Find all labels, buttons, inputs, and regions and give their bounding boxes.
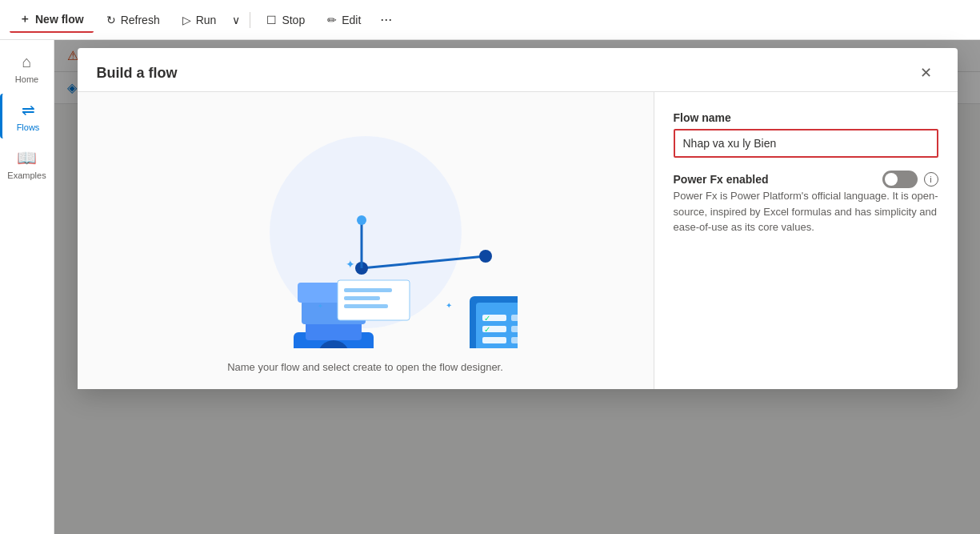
flow-name-input[interactable] <box>674 129 938 158</box>
svg-text:✦: ✦ <box>446 301 452 310</box>
refresh-label: Refresh <box>121 14 160 26</box>
power-fx-group: Power Fx enabled i Power F <box>674 171 938 235</box>
flow-illustration: ⚙ ✓ ✓ <box>214 108 518 348</box>
edit-label: Edit <box>342 14 361 26</box>
modal-header: Build a flow ✕ <box>78 48 958 92</box>
toggle-thumb <box>885 173 898 186</box>
sidebar-examples-label: Examples <box>7 171 46 180</box>
new-flow-button[interactable]: ＋ New flow <box>10 7 94 33</box>
more-icon: ··· <box>380 11 392 28</box>
flow-name-label: Flow name <box>674 111 938 124</box>
svg-text:✦: ✦ <box>318 303 323 310</box>
stop-button[interactable]: ☐ Stop <box>257 9 314 31</box>
edit-icon: ✏ <box>327 14 337 26</box>
close-icon: ✕ <box>920 65 932 81</box>
chevron-down-icon: ∨ <box>232 14 240 26</box>
power-fx-toggle[interactable] <box>882 171 918 188</box>
run-dropdown-button[interactable]: ∨ <box>229 9 243 31</box>
svg-rect-25 <box>344 304 388 308</box>
svg-point-21 <box>357 215 366 225</box>
refresh-button[interactable]: ↻ Refresh <box>97 9 170 31</box>
more-button[interactable]: ··· <box>374 6 398 33</box>
sidebar-item-examples[interactable]: 📖 Examples <box>0 142 54 187</box>
sidebar-item-flows[interactable]: ⇌ Flows <box>0 94 54 139</box>
svg-text:✓: ✓ <box>484 314 490 323</box>
refresh-icon: ↻ <box>106 14 116 26</box>
toggle-track[interactable] <box>882 171 918 188</box>
form-side: Flow name Power Fx enabled <box>654 92 958 389</box>
main-layout: ⌂ Home ⇌ Flows 📖 Examples ⚠ Enhance the … <box>0 40 980 534</box>
sidebar-flows-label: Flows <box>17 122 40 132</box>
plus-icon: ＋ <box>19 12 30 26</box>
modal-overlay: Build a flow ✕ <box>54 40 980 534</box>
power-fx-label: Power Fx enabled <box>674 173 876 186</box>
power-fx-info-icon[interactable]: i <box>924 172 938 187</box>
examples-icon: 📖 <box>17 148 37 167</box>
illustration-side: ⚙ ✓ ✓ <box>78 92 654 389</box>
content-area: ⚠ Enhance the performance of your flows … <box>54 40 980 534</box>
modal-title: Build a flow <box>97 65 178 82</box>
modal-close-button[interactable]: ✕ <box>914 61 938 85</box>
stop-label: Stop <box>282 14 305 26</box>
svg-rect-23 <box>344 288 392 292</box>
svg-rect-24 <box>344 296 380 300</box>
toolbar-divider-1 <box>250 12 250 28</box>
run-button[interactable]: ▷ Run <box>173 9 226 31</box>
stop-icon: ☐ <box>266 14 277 26</box>
svg-text:✓: ✓ <box>484 325 490 334</box>
run-label: Run <box>196 14 217 26</box>
modal-body: ⚙ ✓ ✓ <box>78 92 958 389</box>
power-fx-toggle-row: Power Fx enabled i <box>674 171 938 188</box>
flow-name-field-group: Flow name <box>674 111 938 158</box>
illustration-caption: Name your flow and select create to open… <box>227 361 503 373</box>
svg-rect-12 <box>511 326 518 332</box>
svg-rect-13 <box>482 337 506 343</box>
sidebar-item-home[interactable]: ⌂ Home <box>0 46 54 90</box>
svg-rect-14 <box>511 337 518 343</box>
sidebar-home-label: Home <box>15 74 38 84</box>
edit-button[interactable]: ✏ Edit <box>318 9 370 31</box>
power-fx-description: Power Fx is Power Platform's official la… <box>674 188 938 235</box>
svg-text:✦: ✦ <box>346 258 355 271</box>
new-flow-label: New flow <box>35 13 84 26</box>
run-icon: ▷ <box>182 14 191 26</box>
info-symbol: i <box>930 175 931 184</box>
toolbar: ＋ New flow ↻ Refresh ▷ Run ∨ ☐ Stop ✏ Ed… <box>0 0 980 40</box>
svg-rect-10 <box>511 315 518 321</box>
home-icon: ⌂ <box>22 53 31 71</box>
build-a-flow-modal: Build a flow ✕ <box>78 48 958 389</box>
svg-point-19 <box>479 250 492 263</box>
sidebar: ⌂ Home ⇌ Flows 📖 Examples <box>0 40 54 534</box>
flows-icon: ⇌ <box>22 100 35 119</box>
